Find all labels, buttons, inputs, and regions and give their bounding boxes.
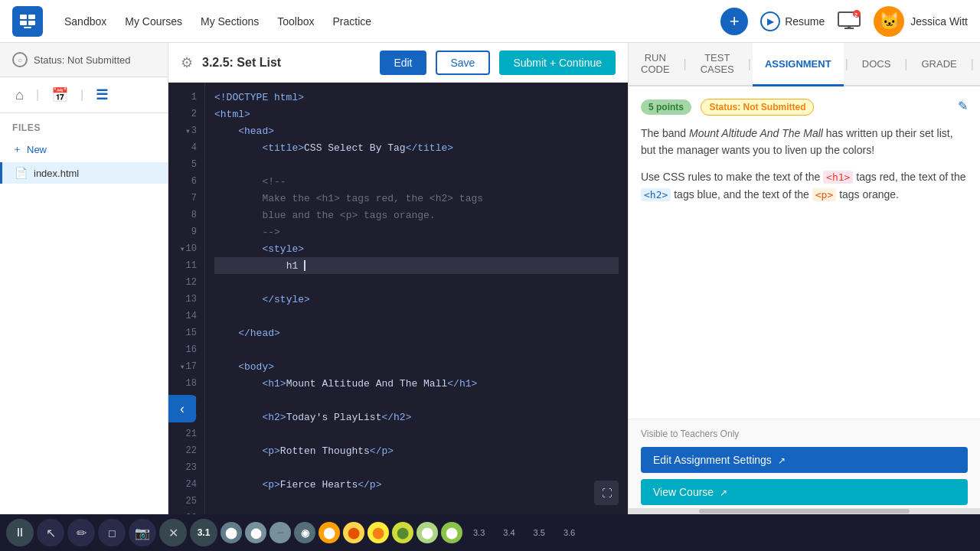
view-course-label: View Course bbox=[653, 486, 714, 498]
file-item-index-html[interactable]: 📄 index.html bbox=[0, 162, 168, 184]
panel-edit-icon-button[interactable]: ✎ bbox=[958, 99, 968, 113]
sidebar-status: ○ Status: Not Submitted bbox=[0, 43, 168, 77]
user-name: Jessica Witt bbox=[910, 15, 968, 28]
settings-btn-label: Edit Assignment Settings bbox=[653, 454, 772, 466]
nav-circle-6[interactable]: ⬤ bbox=[343, 522, 364, 543]
band-name: Mount Altitude And The Mall bbox=[689, 127, 823, 139]
code-line: <h2>Today's PlayList</h2> bbox=[214, 409, 619, 425]
nav-my-sections[interactable]: My Sections bbox=[201, 12, 259, 31]
user-area[interactable]: 🐱 Jessica Witt bbox=[874, 6, 968, 37]
nav-circle-3[interactable]: – bbox=[270, 522, 291, 543]
p-tag-ref: <p> bbox=[812, 188, 836, 201]
code-line: <html> bbox=[214, 106, 619, 122]
code-line: <title>CSS Select By Tag</title> bbox=[214, 139, 619, 156]
expand-editor-button[interactable]: ⛶ bbox=[594, 481, 619, 505]
monitor-icon[interactable]: 2 bbox=[837, 9, 861, 34]
badges-row: 5 points Status: Not Submitted bbox=[641, 99, 968, 116]
new-file-button[interactable]: ＋ New bbox=[12, 139, 155, 159]
sidebar-list-btn[interactable]: ☰ bbox=[93, 83, 111, 106]
code-editor[interactable]: 1 2 3 4 5 6 7 8 9 10 11 12 13 14 15 16 1 bbox=[168, 83, 628, 514]
svg-rect-0 bbox=[20, 15, 27, 19]
line-numbers: 1 2 3 4 5 6 7 8 9 10 11 12 13 14 15 16 1 bbox=[168, 83, 205, 514]
files-section-label: FILES bbox=[0, 113, 168, 136]
nav-circle-7[interactable]: ⬤ bbox=[368, 522, 389, 543]
sidebar-calendar-btn[interactable]: 📅 bbox=[48, 83, 71, 106]
tab-label-3-6[interactable]: 3.6 bbox=[556, 525, 583, 540]
submit-continue-button[interactable]: Submit + Continue bbox=[499, 51, 616, 75]
pause-button[interactable]: ⏸ bbox=[6, 519, 34, 546]
sidebar: ○ Status: Not Submitted ⌂ | 📅 | ☰ FILES … bbox=[0, 43, 168, 514]
nav-circle-4[interactable]: ◉ bbox=[294, 522, 315, 543]
svg-text:2: 2 bbox=[854, 12, 858, 18]
eraser-button[interactable]: ◻ bbox=[98, 519, 126, 546]
nav-circle-10[interactable]: ⬤ bbox=[441, 522, 462, 543]
gear-icon: ⚙ bbox=[181, 54, 193, 71]
editor-title: 3.2.5: Set List bbox=[202, 56, 371, 70]
h2-tag-ref: <h2> bbox=[641, 188, 671, 201]
new-file-label: New bbox=[27, 144, 47, 155]
code-line: blue and the <p> tags orange. bbox=[214, 207, 619, 223]
tab-assignment[interactable]: ASSIGNMENT bbox=[753, 43, 844, 86]
sidebar-home-btn[interactable]: ⌂ bbox=[12, 84, 27, 106]
tab-label-3-5[interactable]: 3.5 bbox=[526, 525, 553, 540]
pencil-button[interactable]: ✏ bbox=[67, 519, 95, 546]
teachers-only-label: Visible to Teachers Only bbox=[641, 429, 968, 439]
code-line: <p>Fierce Hearts</p> bbox=[214, 476, 619, 493]
nav-sandbox[interactable]: Sandbox bbox=[64, 12, 106, 31]
sidebar-collapse-button[interactable]: ‹ bbox=[168, 395, 196, 422]
add-button[interactable]: + bbox=[720, 8, 748, 35]
nav-circle-9[interactable]: ⬤ bbox=[416, 522, 438, 543]
code-line bbox=[214, 308, 619, 324]
close-button[interactable]: ✕ bbox=[159, 519, 187, 546]
resume-play-icon: ▶ bbox=[760, 11, 780, 31]
sidebar-icons: ⌂ | 📅 | ☰ bbox=[0, 77, 168, 113]
code-line: Make the <h1> tags red, the <h2> tags bbox=[214, 190, 619, 207]
file-icon: 📄 bbox=[15, 167, 28, 179]
file-name: index.html bbox=[34, 168, 79, 179]
nav-circle-5[interactable]: ⬤ bbox=[318, 522, 340, 543]
nav-circle-8[interactable]: ⬤ bbox=[392, 522, 413, 543]
code-line bbox=[214, 274, 619, 291]
nav-circle-1[interactable]: ⬤ bbox=[220, 522, 242, 543]
code-line: <body> bbox=[214, 358, 619, 375]
code-line: <style> bbox=[214, 240, 619, 257]
nav-my-courses[interactable]: My Courses bbox=[125, 12, 182, 31]
edit-assignment-settings-button[interactable]: Edit Assignment Settings ↗ bbox=[641, 447, 968, 473]
svg-rect-7 bbox=[848, 26, 851, 29]
code-line bbox=[214, 425, 619, 442]
cursor-tool-button[interactable]: ↖ bbox=[37, 519, 64, 546]
tab-grade[interactable]: GRADE bbox=[910, 43, 969, 86]
code-line bbox=[214, 156, 619, 173]
nav-practice[interactable]: Practice bbox=[332, 12, 371, 31]
status-icon: ○ bbox=[12, 52, 28, 67]
right-tabs: RUN CODE | TEST CASES | ASSIGNMENT | DOC… bbox=[629, 43, 980, 86]
tab-label-3-3[interactable]: 3.3 bbox=[466, 525, 492, 540]
resume-button[interactable]: ▶ Resume bbox=[760, 11, 825, 31]
edit-button[interactable]: Edit bbox=[380, 51, 426, 75]
code-line bbox=[214, 341, 619, 358]
horizontal-scrollbar[interactable] bbox=[629, 508, 980, 514]
logo-area bbox=[12, 6, 49, 37]
view-course-button[interactable]: View Course ↗ bbox=[641, 479, 968, 505]
tab-test-cases[interactable]: TEST CASES bbox=[688, 43, 746, 86]
code-content[interactable]: <!DOCTYPE html> <html> <head> <title>CSS… bbox=[205, 83, 628, 514]
nav-circle-2[interactable]: ⬤ bbox=[245, 522, 266, 543]
svg-rect-1 bbox=[28, 15, 35, 19]
svg-rect-2 bbox=[20, 21, 27, 25]
tab-more[interactable]: MORE bbox=[975, 43, 980, 86]
code-line: <!DOCTYPE html> bbox=[214, 89, 619, 106]
nav-toolbox[interactable]: Toolbox bbox=[277, 12, 314, 31]
tab-3-1-circle[interactable]: 3.1 bbox=[190, 519, 217, 546]
save-button[interactable]: Save bbox=[436, 51, 491, 75]
code-line: <p>Rotten Thoughts</p> bbox=[214, 442, 619, 459]
status-not-submitted-badge: Status: Not Submitted bbox=[701, 99, 814, 116]
plus-icon: ＋ bbox=[12, 142, 22, 156]
panel-content: ✎ 5 points Status: Not Submitted The ban… bbox=[629, 86, 980, 419]
logo-box bbox=[12, 6, 43, 37]
code-line bbox=[214, 392, 619, 409]
tab-label-3-4[interactable]: 3.4 bbox=[495, 525, 522, 540]
svg-rect-4 bbox=[24, 27, 31, 28]
tab-docs[interactable]: DOCS bbox=[850, 43, 903, 86]
video-button[interactable]: 📷 bbox=[129, 519, 156, 546]
tab-run-code[interactable]: RUN CODE bbox=[629, 43, 682, 86]
